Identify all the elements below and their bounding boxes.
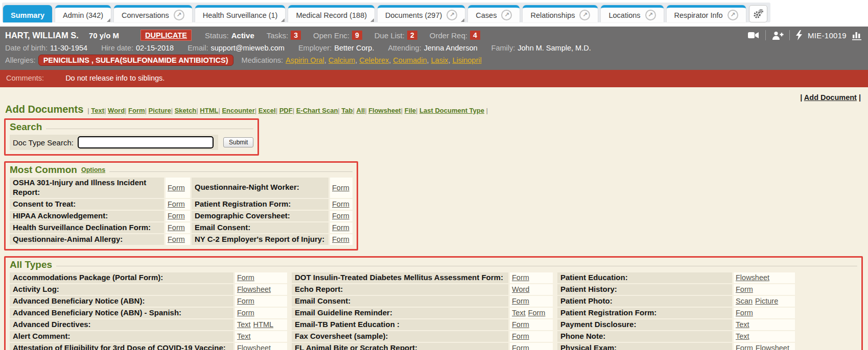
medication-link[interactable]: Celebrex xyxy=(359,56,393,64)
medication-link[interactable]: Aspirin Oral xyxy=(286,56,329,64)
type-link-excel[interactable]: Excel xyxy=(259,107,276,114)
duplicate-badge[interactable]: DUPLICATE xyxy=(140,30,192,41)
bar-chart-icon[interactable] xyxy=(852,30,863,40)
type-link-tab[interactable]: Tab xyxy=(341,107,353,114)
type-link-word[interactable]: Word xyxy=(108,107,125,114)
order-req-count-badge[interactable]: 4 xyxy=(470,31,480,40)
type-link-all[interactable]: All xyxy=(357,107,365,114)
doc-link[interactable]: Form xyxy=(168,184,185,192)
type-link-sketch[interactable]: Sketch xyxy=(175,107,197,114)
doc-link[interactable]: Form xyxy=(332,200,349,208)
add-document-link[interactable]: Add Document xyxy=(804,93,857,102)
tab-admin[interactable]: Admin (342) xyxy=(55,5,111,22)
allergies-badge[interactable]: PENICILLINS , SULFA(SULFONAMIDE ANTIBIOT… xyxy=(38,55,233,66)
doc-type-label: Phone Note: xyxy=(557,331,732,342)
doc-link[interactable]: Text xyxy=(237,332,251,340)
video-camera-icon[interactable] xyxy=(747,31,760,40)
doc-type-search-input[interactable] xyxy=(78,136,214,148)
doc-type-links: Flowsheet xyxy=(734,272,795,283)
doc-type-label: DOT Insulin-Treated Diabetes Mellitus As… xyxy=(292,272,508,283)
tab-locations[interactable]: Locations↗ xyxy=(601,5,663,22)
doc-link[interactable]: Form xyxy=(736,285,753,293)
doc-link[interactable]: Form xyxy=(168,212,185,220)
tab-summary[interactable]: Summary xyxy=(3,5,52,22)
tab-health-surveillance[interactable]: Health Surveillance (1) xyxy=(195,5,286,22)
type-link-picture[interactable]: Picture xyxy=(149,107,171,114)
doc-link[interactable]: Flowsheet xyxy=(237,344,271,350)
doc-link[interactable]: Form xyxy=(512,344,529,350)
medication-link[interactable]: Coumadin xyxy=(393,56,431,64)
doc-link[interactable]: Text xyxy=(736,332,749,340)
doc-link[interactable]: Text xyxy=(237,320,251,329)
doc-link[interactable]: Picture xyxy=(755,297,778,305)
external-link-icon[interactable]: ↗ xyxy=(645,10,656,20)
tab-relationships[interactable]: Relationships↗ xyxy=(523,5,598,22)
attending-label: Attending: xyxy=(388,44,421,52)
type-link-form[interactable]: Form xyxy=(128,107,145,114)
due-list-count-badge[interactable]: 2 xyxy=(407,31,417,40)
type-link-encounter[interactable]: Encounter xyxy=(222,107,254,114)
doc-link[interactable]: Form xyxy=(332,235,349,243)
open-enc-count-badge[interactable]: 9 xyxy=(352,31,362,40)
doc-type-label: OSHA 301-Injury and Illness Incident Rep… xyxy=(10,178,164,198)
type-link-echart-scan[interactable]: E-Chart Scan xyxy=(296,107,338,114)
doc-link[interactable]: Form xyxy=(168,235,185,243)
external-link-icon[interactable]: ↗ xyxy=(174,10,184,20)
doc-link[interactable]: Scan xyxy=(736,297,753,305)
tab-medical-record[interactable]: Medical Record (188) xyxy=(288,5,374,22)
doc-link[interactable]: Text xyxy=(736,320,749,329)
type-link-flowsheet[interactable]: Flowsheet xyxy=(368,107,401,114)
tab-respirator-info[interactable]: Respirator Info↗ xyxy=(667,5,746,22)
doc-link[interactable]: Word xyxy=(512,285,529,293)
type-link-pdf[interactable]: PDF xyxy=(279,107,293,114)
doc-link[interactable]: Form xyxy=(512,332,529,340)
doc-link[interactable]: Form xyxy=(512,297,529,305)
doc-link[interactable]: Form xyxy=(512,320,529,329)
doc-link[interactable]: Flowsheet xyxy=(756,344,789,350)
type-link-last-document-type[interactable]: Last Document Type xyxy=(419,107,484,114)
due-list-label: Due List: xyxy=(374,31,405,40)
doc-link[interactable]: Form xyxy=(736,309,753,317)
settings-button[interactable] xyxy=(749,5,767,22)
tasks-count-badge[interactable]: 3 xyxy=(291,31,301,40)
doc-type-label: Echo Report: xyxy=(292,284,508,295)
external-link-icon[interactable]: ↗ xyxy=(501,10,512,20)
patient-name: HART, WILLIAM S. xyxy=(5,31,79,40)
medication-link[interactable]: Calcium xyxy=(329,56,359,64)
status-label: Status: xyxy=(205,31,229,40)
doc-link[interactable]: Form xyxy=(736,344,753,350)
allergies-label: Allergies: xyxy=(5,56,36,64)
doc-link[interactable]: HTML xyxy=(253,320,273,329)
type-link-file[interactable]: File xyxy=(405,107,416,114)
doc-link[interactable]: Form xyxy=(168,223,185,232)
doc-link[interactable]: Form xyxy=(332,184,349,192)
lightning-icon[interactable] xyxy=(795,30,803,40)
doc-link[interactable]: Form xyxy=(237,297,254,305)
doc-link[interactable]: Form xyxy=(168,200,185,208)
doc-link[interactable]: Form xyxy=(237,273,254,282)
medication-link[interactable]: Lasix xyxy=(431,56,453,64)
doc-link[interactable]: Form xyxy=(332,223,349,232)
tab-documents[interactable]: Documents (297)↗ xyxy=(378,5,465,22)
submit-button[interactable]: Submit xyxy=(223,137,253,147)
add-contact-icon[interactable] xyxy=(771,31,784,40)
doc-link[interactable]: Form xyxy=(528,309,546,317)
doc-link[interactable]: Form xyxy=(237,309,254,317)
medication-link[interactable]: Lisinopril xyxy=(452,56,481,64)
doc-link[interactable]: Flowsheet xyxy=(237,285,271,293)
external-link-icon[interactable]: ↗ xyxy=(447,10,457,20)
external-link-icon[interactable]: ↗ xyxy=(579,10,590,20)
tab-conversations[interactable]: Conversations↗ xyxy=(114,5,192,22)
doc-link[interactable]: Form xyxy=(332,212,349,220)
doc-link[interactable]: Form xyxy=(512,273,529,282)
tab-cases[interactable]: Cases↗ xyxy=(468,5,520,22)
doc-link[interactable]: Text xyxy=(512,309,526,317)
doc-type-links: Text xyxy=(734,331,795,342)
doc-link[interactable]: Flowsheet xyxy=(736,273,769,282)
external-link-icon[interactable]: ↗ xyxy=(728,10,738,20)
options-link[interactable]: Options xyxy=(81,166,105,173)
type-link-text[interactable]: Text xyxy=(91,107,104,114)
doc-type-links: Flowsheet xyxy=(235,284,287,295)
dropdown-fold-icon xyxy=(461,18,464,22)
type-link-html[interactable]: HTML xyxy=(200,107,218,114)
